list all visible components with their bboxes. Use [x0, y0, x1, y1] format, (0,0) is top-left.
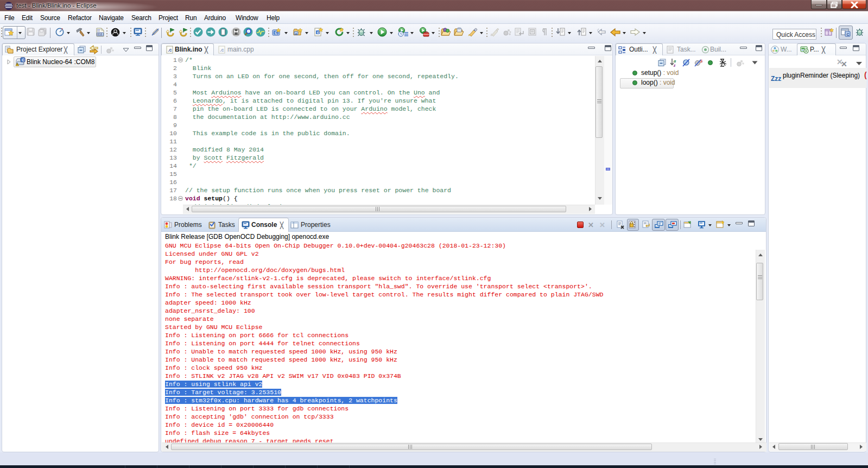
- svg-text:C: C: [22, 58, 24, 62]
- svg-text:.c: .c: [168, 47, 172, 53]
- svg-text:C: C: [275, 31, 277, 35]
- svg-text:.c: .c: [220, 47, 224, 53]
- svg-text:C: C: [847, 33, 850, 36]
- svg-text:S: S: [700, 59, 703, 64]
- svg-text:z: z: [673, 62, 676, 67]
- svg-text:c: c: [317, 30, 319, 34]
- svg-text:010: 010: [98, 33, 103, 36]
